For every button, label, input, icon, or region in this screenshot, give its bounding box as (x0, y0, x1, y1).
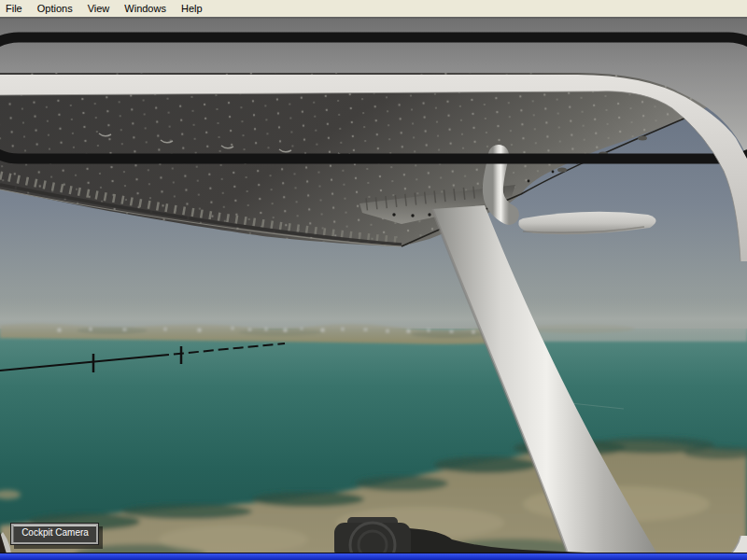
horizon-haze (0, 297, 747, 342)
taskbar-edge[interactable] (0, 553, 747, 560)
flight-sim-window: File Options View Windows Help (0, 0, 747, 560)
menu-bar: File Options View Windows Help (0, 0, 747, 17)
menu-item-windows[interactable]: Windows (117, 1, 174, 17)
cockpit-camera-button[interactable]: Cockpit Camera (10, 523, 99, 545)
menu-item-options[interactable]: Options (30, 1, 80, 17)
menu-item-help[interactable]: Help (174, 1, 210, 17)
simulator-viewport[interactable] (0, 17, 747, 560)
scene-canvas (0, 17, 747, 560)
cockpit-camera-label: Cockpit Camera (13, 525, 96, 542)
menu-item-file[interactable]: File (0, 1, 30, 17)
menu-item-view[interactable]: View (80, 1, 118, 17)
